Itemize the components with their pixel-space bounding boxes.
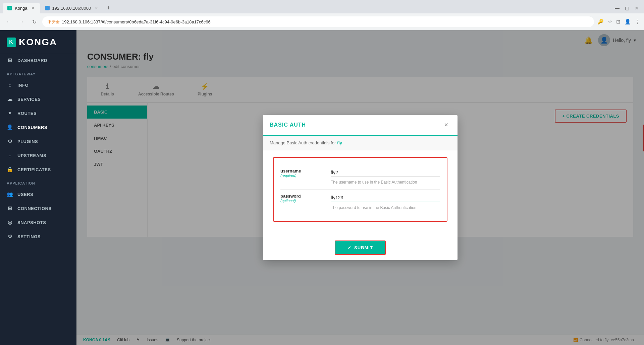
address-bar[interactable]: 不安全 192.168.0.106:1337/#!/consumers/0b6e… — [42, 16, 594, 27]
profile-icon[interactable]: 👤 — [625, 19, 631, 25]
modal-title: BASIC AUTH — [270, 122, 306, 128]
sidebar-item-plugins[interactable]: ⚙ PLUGINS — [0, 134, 76, 148]
minimize-button[interactable]: — — [615, 5, 620, 11]
modal-overlay[interactable]: BASIC AUTH × Manage Basic Auth credentia… — [76, 30, 644, 345]
menu-icon[interactable]: ⋮ — [635, 19, 640, 25]
username-input-group: The username to use in the Basic Authent… — [331, 168, 440, 185]
sidebar-label-info: INFO — [17, 83, 29, 88]
tab2-label: 192.168.0.106:8000 — [52, 6, 91, 11]
snapshots-icon: ◎ — [7, 219, 13, 226]
sidebar-item-snapshots[interactable]: ◎ SNAPSHOTS — [0, 215, 76, 229]
sidebar-item-consumers[interactable]: 👤 CONSUMERS — [0, 120, 76, 134]
bookmark-icon[interactable]: ☆ — [608, 19, 612, 25]
forward-button[interactable]: → — [17, 19, 26, 25]
connections-icon: ⊞ — [7, 205, 13, 212]
sidebar-item-certificates[interactable]: 🔒 CERTIFICATES — [0, 162, 76, 177]
upstreams-icon: ↕ — [7, 152, 13, 159]
password-input-group: The password to use in the Basic Authent… — [331, 194, 440, 211]
new-tab-button[interactable]: + — [104, 3, 113, 13]
modal-close-button[interactable]: × — [441, 120, 451, 130]
routes-icon: ✦ — [7, 110, 13, 117]
sidebar-item-connections[interactable]: ⊞ CONNECTIONS — [0, 201, 76, 215]
password-label-group: password (optional) — [280, 194, 324, 211]
tab2-favicon: 🌐 — [45, 6, 50, 10]
submit-button[interactable]: ✓ SUBMIT — [335, 240, 386, 255]
submit-label: SUBMIT — [354, 245, 373, 250]
services-icon: ☁ — [7, 96, 13, 102]
logo-text: KONGA — [19, 37, 57, 48]
info-icon: ○ — [7, 82, 13, 88]
password-label: password — [280, 194, 324, 199]
username-row: username (required) The username to use … — [280, 164, 440, 189]
sidebar-label-certificates: CERTIFICATES — [17, 167, 51, 172]
sidebar-label-routes: ROUTES — [17, 111, 37, 116]
sidebar-label-users: USERS — [17, 192, 33, 197]
modal-subtitle-text: Manage Basic Auth credentials for — [270, 140, 337, 145]
logo-k-icon: K — [7, 38, 16, 47]
modal-body: username (required) The username to use … — [263, 150, 458, 235]
submit-check-icon: ✓ — [347, 245, 352, 250]
sidebar-label-settings: SETTINGS — [17, 234, 41, 239]
password-row: password (optional) The password to use … — [280, 189, 440, 215]
form-group: username (required) The username to use … — [273, 157, 447, 222]
tab-konga-label: Konga — [15, 6, 28, 11]
sidebar-label-dashboard: DASHBOARD — [17, 58, 47, 63]
tab2-close-button[interactable]: ✕ — [94, 5, 99, 11]
username-label-group: username (required) — [280, 168, 324, 185]
sidebar-label-snapshots: SNAPSHOTS — [17, 220, 46, 225]
password-hint: The password to use in the Basic Authent… — [331, 205, 440, 211]
password-input[interactable] — [331, 194, 440, 202]
key-icon: 🔑 — [597, 19, 604, 25]
sidebar-item-settings[interactable]: ⚙ SETTINGS — [0, 229, 76, 244]
logo-area: K KONGA — [0, 30, 76, 53]
sidebar-section-api-gateway: API GATEWAY — [0, 67, 76, 78]
sidebar-label-plugins: PLUGINS — [17, 139, 38, 144]
sidebar: K KONGA ⊞ DASHBOARD API GATEWAY ○ INFO ☁… — [0, 30, 76, 345]
sidebar-item-dashboard[interactable]: ⊞ DASHBOARD — [0, 53, 76, 67]
maximize-button[interactable]: ▢ — [625, 5, 629, 11]
refresh-button[interactable]: ↻ — [30, 19, 39, 25]
sidebar-label-connections: CONNECTIONS — [17, 206, 52, 211]
konga-favicon: K — [7, 6, 12, 10]
close-browser-button[interactable]: ✕ — [635, 5, 639, 11]
tab-konga[interactable]: K Konga ✕ — [3, 3, 40, 13]
sidebar-section-application: APPLICATION — [0, 177, 76, 187]
sidebar-item-routes[interactable]: ✦ ROUTES — [0, 106, 76, 120]
settings-icon: ⚙ — [7, 233, 13, 240]
plugins-icon: ⚙ — [7, 138, 13, 145]
username-input[interactable] — [331, 168, 440, 177]
back-button[interactable]: ← — [4, 19, 13, 25]
sidebar-item-users[interactable]: 👥 USERS — [0, 187, 76, 201]
sidebar-label-services: SERVICES — [17, 97, 41, 102]
address-url: 192.168.0.106:1337/#!/consumers/0b6eda7a… — [62, 19, 211, 24]
security-warning: 不安全 — [48, 19, 60, 25]
sidebar-item-services[interactable]: ☁ SERVICES — [0, 92, 76, 106]
tab-close-button[interactable]: ✕ — [30, 5, 36, 11]
sidebar-label-upstreams: UPSTREAMS — [17, 153, 46, 158]
tab-second[interactable]: 🌐 192.168.0.106:8000 ✕ — [40, 3, 104, 13]
split-screen-icon[interactable]: ⊡ — [616, 19, 621, 25]
password-optional-label: (optional) — [280, 199, 324, 203]
consumers-icon: 👤 — [7, 124, 13, 131]
certificates-icon: 🔒 — [7, 166, 13, 173]
username-required-label: (required) — [280, 174, 324, 178]
sidebar-item-upstreams[interactable]: ↕ UPSTREAMS — [0, 148, 76, 162]
users-icon: 👥 — [7, 191, 13, 198]
dashboard-icon: ⊞ — [7, 57, 13, 64]
username-label: username — [280, 168, 324, 174]
modal-subtitle: Manage Basic Auth credentials for fly — [263, 136, 458, 150]
sidebar-label-consumers: CONSUMERS — [17, 125, 47, 130]
sidebar-item-info[interactable]: ○ INFO — [0, 78, 76, 92]
modal-subtitle-username: fly — [337, 140, 342, 145]
main-content: 🔔 👤 Hello, fly ▾ CONSUMER: fly consumers… — [76, 30, 644, 345]
modal-header: BASIC AUTH × — [263, 115, 458, 136]
modal-footer: ✓ SUBMIT — [263, 235, 458, 260]
username-hint: The username to use in the Basic Authent… — [331, 180, 440, 185]
basic-auth-modal: BASIC AUTH × Manage Basic Auth credentia… — [263, 115, 458, 261]
